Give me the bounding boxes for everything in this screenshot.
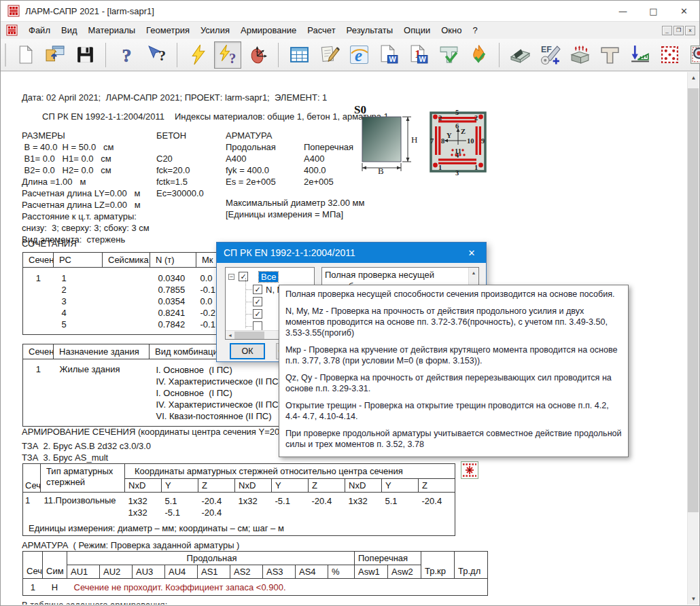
concrete-title: БЕТОН [156,130,204,141]
plate-icon[interactable] [506,41,533,69]
dialog-close-icon[interactable]: ✕ [457,248,486,258]
checkbox-checked[interactable]: ✓ [253,285,262,294]
column-header: Z [198,479,235,493]
checkbox-unchecked[interactable] [253,321,262,331]
checkbox-checked[interactable]: ✓ [239,272,248,281]
cell [103,319,150,335]
tooltip-paragraph: Qz, Qy - Проверка на прочность от действ… [285,372,622,394]
column-header: NxD [125,479,162,493]
text-line: fyk = 400.0 [226,164,276,176]
ok-button[interactable]: ОК [230,343,265,359]
fire-check-icon[interactable] [465,41,492,69]
svg-text:W: W [389,55,396,63]
app-window: ЛАРМ-САПР 2021 - [larm-sapr1] — □ ✕ Файл… [0,0,700,606]
combinations-title: СОЧЕТАНИЯ [22,238,77,249]
mdi-window-controls: _ ❐ x [662,26,699,35]
svg-text:3: 3 [455,169,459,176]
menu-item-Материалы[interactable]: Материалы [83,22,141,38]
save-icon[interactable] [71,41,99,69]
menu-item-Геометрия[interactable]: Геометрия [141,22,195,38]
notes-icon[interactable] [315,41,343,69]
svg-text:9: 9 [481,137,485,145]
cell: 11.Произвольные [41,493,125,524]
tree-root-label[interactable]: Все [259,272,278,282]
column-header: Сеч [23,464,41,493]
fragment-icon[interactable] [656,41,683,69]
scrollbar-thumb[interactable] [688,88,699,512]
column-header: Asw1 [355,565,388,579]
menu-item-Расчет[interactable]: Расчет [302,22,340,38]
word-report-icon[interactable]: W [375,41,402,69]
column-header: Y [272,479,309,493]
group-header: Продольная [67,552,355,565]
load-icon[interactable] [626,41,653,69]
t-beam-icon[interactable] [596,41,623,69]
rebar-title: АРМАТУРА [226,130,272,141]
mdi-close-icon[interactable]: x [685,26,695,35]
column-header: N (т) [150,253,196,268]
menu-item-Результаты[interactable]: Результаты [341,22,398,38]
scrollbar-thumb[interactable] [234,332,264,339]
word-numbered-report-icon[interactable]: 1W [405,41,432,69]
rebar-fragment-icon[interactable] [461,461,478,479]
document-area: Дата: 02 April 2021; ЛАРМ-САПР 2021; ПРО… [1,72,699,605]
svg-text:W: W [419,55,426,63]
tree-item[interactable]: ✓ [246,296,262,307]
column-header: РС [54,253,103,268]
block-icon[interactable] [566,41,593,69]
interaction-diagram-icon[interactable] [244,41,271,69]
span-header: Координаты арматурных стержней относител… [125,464,455,479]
cell: Жилые здания [54,359,150,427]
cell: -20.4 [419,493,455,524]
calculate-icon[interactable] [184,41,211,69]
scroll-down-icon[interactable]: ▼ [688,593,699,605]
calculate-question-icon[interactable]: ? [214,41,241,69]
scroll-left-icon[interactable]: ◄ [226,331,234,340]
help-icon[interactable]: ? [113,41,140,69]
section-check-icon[interactable] [435,41,462,69]
svg-text:?: ? [122,45,131,65]
vertical-scrollbar[interactable]: ▲ ▼ [687,72,699,605]
column-header: Asw2 [388,565,421,579]
menu-item-Усилия[interactable]: Усилия [195,22,235,38]
menu-item-Файл[interactable]: Файл [23,22,56,38]
text-line: Ec=30000.0 [156,188,204,199]
ef-edit-icon[interactable]: EF [536,41,563,69]
dialog-title: СП РК EN 1992-1-1:2004/2011 [224,247,355,258]
scroll-up-icon[interactable]: ▲ [469,268,478,275]
menu-item-Армирование[interactable]: Армирование [235,22,302,38]
column-header: Тр.кр [421,552,455,579]
zoom-icon[interactable] [686,41,700,69]
tree-root-item[interactable]: − ✓ Все [228,271,278,282]
mdi-restore-icon[interactable]: ❐ [673,26,684,35]
maximize-icon[interactable]: □ [638,1,669,21]
cell: 1 [54,268,103,285]
dialog-titlebar[interactable]: СП РК EN 1992-1-1:2004/2011 ✕ [217,243,486,263]
new-document-icon[interactable] [12,41,39,69]
menu-item-Окно[interactable]: Окно [436,22,467,38]
rebar-block: АРМАТУРА [226,130,272,141]
mdi-minimize-icon[interactable]: _ [662,26,672,35]
coords-data-row-start: 1 11.Произвольные 1x321x325.1-5.1-20.4-2… [23,493,455,524]
cell: 5 [54,319,103,335]
column-header: Y [382,479,419,493]
menu-item-?[interactable]: ? [467,22,483,38]
menu-item-Опции[interactable]: Опции [398,22,436,38]
collapse-icon[interactable]: − [228,274,234,280]
tooltip-paragraph: N, My, Mz - Проверка на прочность от дей… [285,306,622,338]
checkbox-checked[interactable]: ✓ [253,297,262,306]
svg-text:Y: Y [447,132,452,139]
checkbox-checked[interactable]: ✓ [253,309,262,319]
svg-text:2: 2 [474,114,478,122]
tree-item[interactable]: ✓ [246,308,262,319]
scroll-up-icon[interactable]: ▲ [688,72,699,84]
table-icon[interactable] [285,41,313,69]
open-project-icon[interactable] [41,41,69,69]
close-icon[interactable]: ✕ [669,1,699,21]
context-help-icon[interactable]: ? [143,41,170,69]
cell: 2 [54,284,103,296]
minimize-icon[interactable]: — [608,1,638,21]
menu-item-Вид[interactable]: Вид [56,22,83,38]
browser-report-icon[interactable]: e [345,41,372,69]
max-diameter-line: Максимальный диаметр 32.00 мм [226,197,364,209]
